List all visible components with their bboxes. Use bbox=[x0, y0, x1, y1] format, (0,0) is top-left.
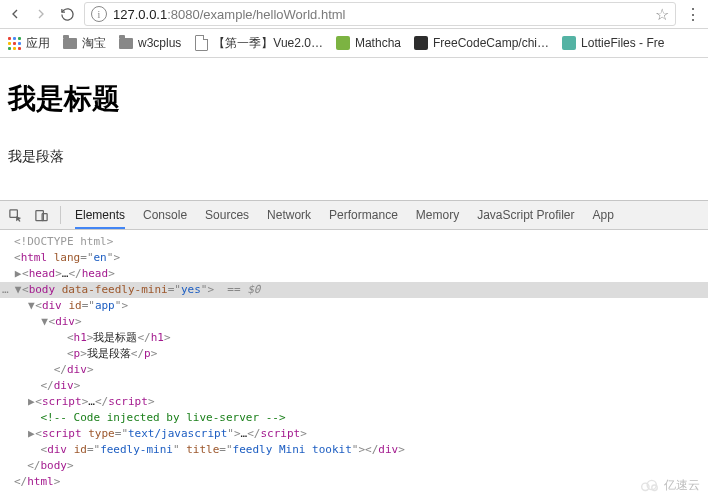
lottie-favicon bbox=[561, 35, 577, 51]
bookmark-star-icon[interactable]: ☆ bbox=[655, 5, 669, 24]
nav-reload-button[interactable] bbox=[58, 5, 76, 23]
folder-icon bbox=[62, 35, 78, 51]
bookmark-vue[interactable]: 【第一季】Vue2.0… bbox=[193, 35, 323, 52]
tab-network[interactable]: Network bbox=[267, 201, 311, 229]
nav-forward-button[interactable] bbox=[32, 5, 50, 23]
folder-icon bbox=[118, 35, 134, 51]
nav-back-button[interactable] bbox=[6, 5, 24, 23]
bookmark-bar: 应用 淘宝 w3cplus 【第一季】Vue2.0… Mathcha FreeC… bbox=[0, 29, 708, 58]
bookmark-label: FreeCodeCamp/chi… bbox=[433, 36, 549, 50]
tab-performance[interactable]: Performance bbox=[329, 201, 398, 229]
dom-line[interactable]: ▶<script type="text/javascript">…</scrip… bbox=[0, 426, 708, 442]
dom-line[interactable]: <!DOCTYPE html> bbox=[0, 234, 708, 250]
bookmark-label: 应用 bbox=[26, 35, 50, 52]
bookmark-freecodecamp[interactable]: FreeCodeCamp/chi… bbox=[413, 35, 549, 51]
browser-menu-button[interactable]: ⋮ bbox=[684, 5, 702, 24]
dom-line[interactable]: </div> bbox=[0, 362, 708, 378]
tab-memory[interactable]: Memory bbox=[416, 201, 459, 229]
dom-line[interactable]: </body> bbox=[0, 458, 708, 474]
bookmark-label: 【第一季】Vue2.0… bbox=[213, 35, 323, 52]
file-icon bbox=[193, 35, 209, 51]
dom-tree[interactable]: <!DOCTYPE html> <html lang="en"> ▶<head>… bbox=[0, 230, 708, 504]
dom-line[interactable]: <html lang="en"> bbox=[0, 250, 708, 266]
toolbar-separator bbox=[60, 206, 61, 224]
bookmark-lottiefiles[interactable]: LottieFiles - Fre bbox=[561, 35, 664, 51]
tab-application[interactable]: App bbox=[593, 201, 614, 229]
dom-line[interactable]: <div id="feedly-mini" title="feedly Mini… bbox=[0, 442, 708, 458]
dom-line[interactable]: ▶<head>…</head> bbox=[0, 266, 708, 282]
rendered-page: 我是标题 我是段落 bbox=[0, 58, 708, 188]
bookmark-label: 淘宝 bbox=[82, 35, 106, 52]
site-info-icon[interactable]: i bbox=[91, 6, 107, 22]
dom-line[interactable]: </html> bbox=[0, 474, 708, 490]
tab-elements[interactable]: Elements bbox=[75, 201, 125, 229]
omnibox-url: 127.0.0.1:8080/example/helloWorld.html bbox=[113, 7, 345, 22]
page-heading: 我是标题 bbox=[8, 80, 700, 118]
dom-line[interactable]: <!-- Code injected by live-server --> bbox=[0, 410, 708, 426]
dom-line[interactable]: <p>我是段落</p> bbox=[0, 346, 708, 362]
bookmark-folder-w3cplus[interactable]: w3cplus bbox=[118, 35, 181, 51]
bookmark-label: w3cplus bbox=[138, 36, 181, 50]
dom-line[interactable]: ▶<script>…</script> bbox=[0, 394, 708, 410]
dom-line-selected[interactable]: ▼<body data-feedly-mini="yes"> == $0 bbox=[0, 282, 708, 298]
freecodecamp-favicon bbox=[413, 35, 429, 51]
bookmark-mathcha[interactable]: Mathcha bbox=[335, 35, 401, 51]
dom-line[interactable]: ▼<div id="app"> bbox=[0, 298, 708, 314]
devtools-tabs: Elements Console Sources Network Perform… bbox=[75, 201, 614, 229]
page-paragraph: 我是段落 bbox=[8, 148, 700, 166]
tab-jsprofiler[interactable]: JavaScript Profiler bbox=[477, 201, 574, 229]
tab-sources[interactable]: Sources bbox=[205, 201, 249, 229]
omnibox[interactable]: i 127.0.0.1:8080/example/helloWorld.html… bbox=[84, 2, 676, 26]
bookmark-folder-taobao[interactable]: 淘宝 bbox=[62, 35, 106, 52]
bookmark-label: LottieFiles - Fre bbox=[581, 36, 664, 50]
mathcha-favicon bbox=[335, 35, 351, 51]
dom-line[interactable]: </div> bbox=[0, 378, 708, 394]
browser-nav-bar: i 127.0.0.1:8080/example/helloWorld.html… bbox=[0, 0, 708, 29]
device-toolbar-icon[interactable] bbox=[32, 206, 50, 224]
bookmark-apps[interactable]: 应用 bbox=[6, 35, 50, 52]
dom-line[interactable]: <h1>我是标题</h1> bbox=[0, 330, 708, 346]
inspect-element-icon[interactable] bbox=[6, 206, 24, 224]
devtools-panel: Elements Console Sources Network Perform… bbox=[0, 200, 708, 504]
tab-console[interactable]: Console bbox=[143, 201, 187, 229]
devtools-toolbar: Elements Console Sources Network Perform… bbox=[0, 201, 708, 230]
dom-line[interactable]: ▼<div> bbox=[0, 314, 708, 330]
apps-icon bbox=[6, 35, 22, 51]
bookmark-label: Mathcha bbox=[355, 36, 401, 50]
